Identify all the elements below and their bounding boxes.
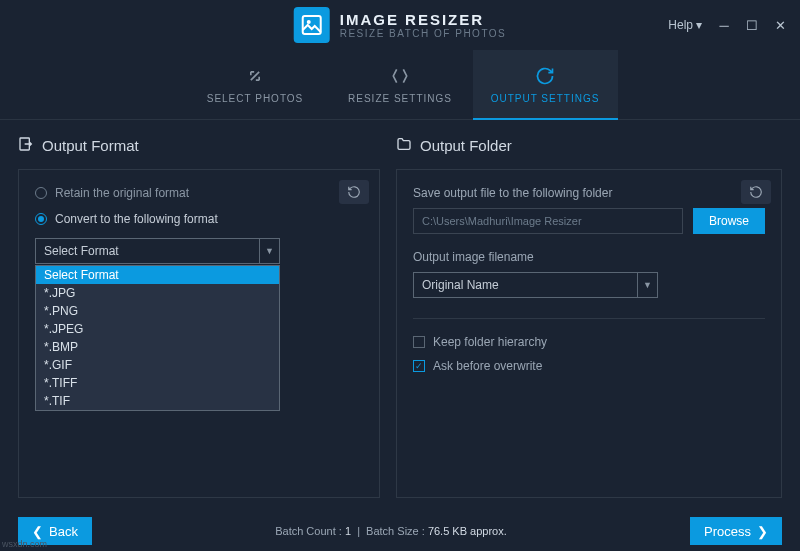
output-path-input[interactable]: C:\Users\Madhuri\Image Resizer [413,208,683,234]
format-dropdown: Select Format *.JPG *.PNG *.JPEG *.BMP *… [35,265,280,411]
divider [413,318,765,319]
ask-overwrite-checkbox[interactable]: ✓ Ask before overwrite [413,359,765,373]
tab-select-photos[interactable]: SELECT PHOTOS [183,50,328,119]
checkbox-label: Ask before overwrite [433,359,542,373]
main-content: Output Format Retain the original format… [0,120,800,510]
app-title: IMAGE RESIZER [340,11,507,28]
export-icon [18,136,34,155]
process-button[interactable]: Process ❯ [690,517,782,545]
format-option[interactable]: *.JPG [36,284,279,302]
tab-label: RESIZE SETTINGS [348,93,452,104]
undo-icon [347,185,361,199]
minimize-button[interactable]: ─ [712,15,736,35]
titlebar-brand: IMAGE RESIZER RESIZE BATCH OF PHOTOS [294,7,507,43]
chevron-down-icon: ▼ [637,273,657,297]
batch-status: Batch Count : 1 | Batch Size : 76.5 KB a… [92,525,690,537]
output-folder-panel: Output Folder Save output file to the fo… [396,136,782,498]
format-option[interactable]: *.BMP [36,338,279,356]
help-menu[interactable]: Help ▾ [662,14,708,36]
radio-label: Convert to the following format [55,212,218,226]
app-logo-icon [294,7,330,43]
maximize-button[interactable]: ☐ [740,15,764,35]
panel-title: Output Format [42,137,139,154]
radio-retain-format[interactable]: Retain the original format [35,186,363,200]
keep-hierarchy-checkbox[interactable]: Keep folder hierarchy [413,335,765,349]
button-label: Back [49,524,78,539]
batch-size-label: Batch Size : [366,525,425,537]
output-format-panel: Output Format Retain the original format… [18,136,380,498]
button-label: Process [704,524,751,539]
reset-format-button[interactable] [339,180,369,204]
undo-icon [749,185,763,199]
tab-label: SELECT PHOTOS [207,93,304,104]
browse-button[interactable]: Browse [693,208,765,234]
save-folder-label: Save output file to the following folder [413,186,765,200]
chevron-down-icon: ▾ [696,18,702,32]
close-button[interactable]: ✕ [768,15,792,35]
radio-label: Retain the original format [55,186,189,200]
tab-output-settings[interactable]: OUTPUT SETTINGS [473,50,618,119]
batch-size-value: 76.5 KB approx. [428,525,507,537]
footer: ❮ Back Batch Count : 1 | Batch Size : 76… [0,511,800,551]
radio-icon [35,213,47,225]
radio-convert-format[interactable]: Convert to the following format [35,212,363,226]
chevron-down-icon: ▼ [259,239,279,263]
format-select[interactable]: Select Format ▼ Select Format *.JPG *.PN… [35,238,280,264]
format-option[interactable]: *.JPEG [36,320,279,338]
format-option[interactable]: Select Format [36,266,279,284]
select-value: Select Format [36,244,259,258]
filename-select[interactable]: Original Name ▼ [413,272,658,298]
format-option[interactable]: *.TIF [36,392,279,410]
checkbox-icon: ✓ [413,360,425,372]
svg-point-1 [307,20,311,24]
radio-icon [35,187,47,199]
watermark: wsxdn.com [2,539,47,549]
help-label: Help [668,18,693,32]
checkbox-label: Keep folder hierarchy [433,335,547,349]
select-value: Original Name [414,278,637,292]
tab-resize-settings[interactable]: RESIZE SETTINGS [328,50,473,119]
chevron-right-icon: ❯ [757,524,768,539]
expand-arrows-icon [244,65,266,87]
batch-count-value: 1 [345,525,351,537]
format-option[interactable]: *.TIFF [36,374,279,392]
folder-icon [396,136,412,155]
checkbox-icon [413,336,425,348]
chevron-left-icon: ❮ [32,524,43,539]
tab-label: OUTPUT SETTINGS [491,93,600,104]
filename-label: Output image filename [413,250,765,264]
titlebar: IMAGE RESIZER RESIZE BATCH OF PHOTOS Hel… [0,0,800,50]
format-option[interactable]: *.GIF [36,356,279,374]
format-option[interactable]: *.PNG [36,302,279,320]
path-value: C:\Users\Madhuri\Image Resizer [422,215,582,227]
resize-icon [389,65,411,87]
reset-folder-button[interactable] [741,180,771,204]
batch-count-label: Batch Count : [275,525,342,537]
app-subtitle: RESIZE BATCH OF PHOTOS [340,28,507,39]
panel-title: Output Folder [420,137,512,154]
svg-rect-0 [303,16,321,34]
gear-refresh-icon [534,65,556,87]
step-tabs: SELECT PHOTOS RESIZE SETTINGS OUTPUT SET… [0,50,800,120]
